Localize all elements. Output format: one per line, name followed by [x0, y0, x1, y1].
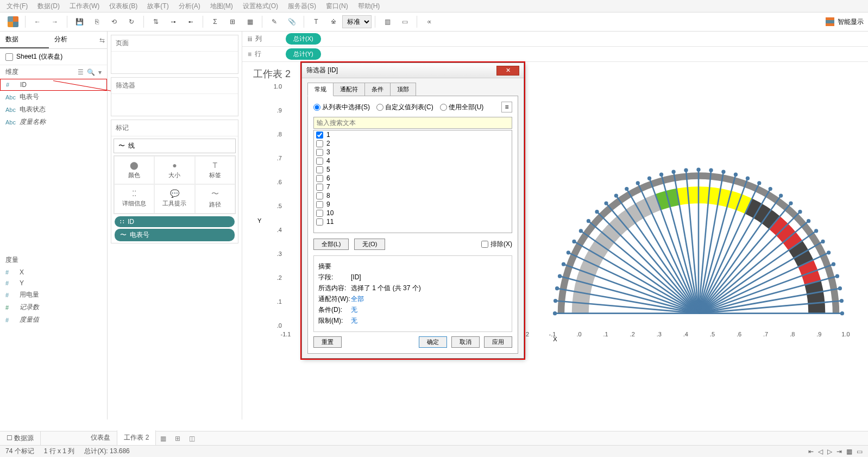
menu-item[interactable]: 窗口(N) [326, 2, 348, 11]
pages-shelf[interactable]: 页面 [111, 35, 238, 74]
mark-详细信息[interactable]: ⁚⁚详细信息 [114, 184, 154, 214]
show-me-button[interactable]: 智能显示 [826, 17, 864, 27]
field-X[interactable]: #X [0, 267, 107, 278]
menu-item[interactable]: 仪表板(B) [109, 2, 137, 11]
mark-大小[interactable]: ●大小 [154, 156, 194, 184]
filter-item-10[interactable]: 10 [314, 209, 512, 217]
tab-analysis[interactable]: 分析 [49, 32, 98, 48]
tab-data[interactable]: 数据 [0, 32, 49, 48]
filter-item-5[interactable]: 5 [314, 165, 512, 174]
list-options-icon[interactable]: ≡ [501, 102, 512, 112]
label-button[interactable]: T [309, 14, 324, 29]
select-none-button[interactable]: 无(O) [354, 239, 385, 250]
radio-2[interactable]: 使用全部(U) [440, 103, 484, 112]
nav-prev-icon[interactable]: ◁ [818, 448, 823, 455]
field-电表号[interactable]: Abc电表号 [0, 91, 107, 103]
filters-shelf[interactable]: 筛选器 [111, 77, 238, 116]
save-button[interactable]: 💾 [72, 14, 87, 29]
filter-item-8[interactable]: 8 [314, 191, 512, 200]
menu-icon[interactable]: ▾ [98, 68, 102, 76]
mark-路径[interactable]: 〜路径 [195, 184, 235, 214]
menu-item[interactable]: 设置格式(O) [243, 2, 278, 11]
menu-item[interactable]: 帮助(H) [358, 2, 380, 11]
dialog-tab-2[interactable]: 条件 [364, 83, 391, 96]
select-all-button[interactable]: 全部(L) [313, 239, 349, 250]
exclude-checkbox[interactable]: 排除(X) [481, 240, 512, 249]
filter-value-list[interactable]: 1 2 3 4 5 6 7 8 9 10 11 [313, 130, 512, 233]
columns-shelf[interactable]: iii列 总计(X) [242, 32, 868, 47]
mark-颜色[interactable]: ⬤颜色 [114, 156, 154, 184]
radio-1[interactable]: 自定义值列表(C) [376, 103, 433, 112]
autorefresh-button[interactable]: ⟲ [106, 14, 122, 29]
filter-item-7[interactable]: 7 [314, 183, 512, 191]
filter-item-11[interactable]: 11 [314, 217, 512, 226]
sort-asc-button[interactable]: ▫▪ [166, 14, 181, 29]
cancel-button[interactable]: 取消 [451, 336, 480, 348]
nav-next-icon[interactable]: ▷ [827, 448, 832, 455]
presentation-button[interactable]: ▭ [397, 14, 412, 29]
dialog-tab-0[interactable]: 常规 [307, 83, 334, 96]
menu-item[interactable]: 文件(F) [7, 2, 28, 11]
menu-item[interactable]: 地图(M) [210, 2, 233, 11]
row-pill[interactable]: 总计(Y) [286, 48, 321, 60]
filter-item-2[interactable]: 2 [314, 139, 512, 148]
field-Y[interactable]: #Y [0, 278, 107, 289]
radio-0[interactable]: 从列表中选择(S) [313, 103, 370, 112]
filter-item-6[interactable]: 6 [314, 174, 512, 183]
group-button[interactable]: ⊞ [225, 14, 240, 29]
close-button[interactable]: ✕ [496, 66, 519, 76]
pin-button[interactable]: 📎 [284, 14, 299, 29]
field-用电量[interactable]: #用电量 [0, 289, 107, 301]
ok-button[interactable]: 确定 [419, 336, 447, 348]
worksheet-button[interactable]: ▦ [242, 14, 257, 29]
mark-type-select[interactable]: 〜线 [114, 139, 236, 153]
mark-工具提示[interactable]: 💬工具提示 [154, 184, 194, 214]
fit-select[interactable]: 标准 [342, 15, 372, 28]
totals-button[interactable]: Σ [207, 14, 223, 29]
mark-pill-ID[interactable]: ∷ID [115, 216, 235, 227]
menu-item[interactable]: 分析(A) [179, 2, 200, 11]
pane-options-icon[interactable]: ⇆ [97, 32, 107, 48]
reset-button[interactable]: 重置 [313, 336, 342, 348]
sheet-tab-1[interactable]: 工作表 2 [117, 430, 156, 446]
mark-标签[interactable]: T标签 [195, 156, 235, 184]
rows-shelf[interactable]: ≡行 总计(Y) [242, 47, 868, 62]
filter-item-9[interactable]: 9 [314, 200, 512, 209]
filter-item-4[interactable]: 4 [314, 156, 512, 165]
datasource-item[interactable]: Sheet1 (仪表盘) [0, 49, 107, 65]
column-pill[interactable]: 总计(X) [286, 33, 321, 45]
swap-button[interactable]: ⇅ [148, 14, 163, 29]
menu-item[interactable]: 工作表(W) [70, 2, 99, 11]
filter-item-1[interactable]: 1 [314, 130, 512, 139]
dialog-tab-1[interactable]: 通配符 [333, 83, 365, 96]
dialog-tab-3[interactable]: 顶部 [390, 83, 416, 96]
search-icon[interactable]: 🔍 [87, 68, 95, 76]
share-button[interactable]: ∝ [422, 14, 437, 29]
nav-last-icon[interactable]: ⇥ [836, 448, 842, 455]
sheet-tab-0[interactable]: 仪表盘 [84, 430, 117, 446]
fix-axis-button[interactable]: ※ [326, 14, 341, 29]
sort-desc-button[interactable]: ▪▫ [183, 14, 198, 29]
new-dashboard-button[interactable]: ⊞ [171, 432, 185, 445]
field-度量名称[interactable]: Abc度量名称 [0, 116, 107, 128]
view-filmstrip-icon[interactable]: ▭ [857, 448, 863, 455]
forward-button[interactable]: → [47, 14, 62, 29]
search-input[interactable] [313, 117, 512, 129]
menu-item[interactable]: 故事(T) [147, 2, 168, 11]
filter-item-3[interactable]: 3 [314, 148, 512, 156]
field-电表状态[interactable]: Abc电表状态 [0, 103, 107, 116]
menu-item[interactable]: 数据(D) [37, 2, 60, 11]
show-cards-button[interactable]: ▥ [380, 14, 395, 29]
new-worksheet-button[interactable]: ▦ [156, 432, 171, 445]
new-datasource-button[interactable]: ⎘ [89, 14, 104, 29]
field-度量值[interactable]: #度量值 [0, 314, 107, 326]
nav-first-icon[interactable]: ⇤ [808, 448, 814, 455]
menu-item[interactable]: 服务器(S) [288, 2, 316, 11]
worksheet-title[interactable]: 工作表 2 [253, 67, 291, 80]
dialog-titlebar[interactable]: 筛选器 [ID] ✕ [302, 63, 524, 78]
mark-pill-电表号[interactable]: 〜电表号 [115, 229, 235, 241]
view-list-icon[interactable]: ☰ [78, 68, 84, 76]
view-grid-icon[interactable]: ▦ [846, 448, 852, 455]
field-记录数[interactable]: #记录数 [0, 301, 107, 314]
back-button[interactable]: ← [30, 14, 45, 29]
